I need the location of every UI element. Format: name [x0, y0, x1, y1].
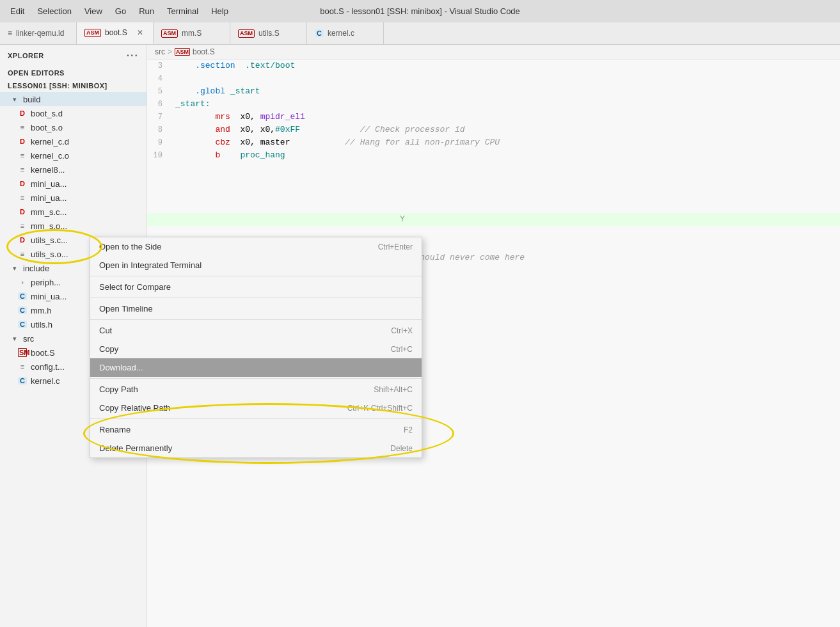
ctx-shortcut: Shift+Alt+C [374, 385, 413, 394]
ctx-label: Copy Relative Path [99, 403, 170, 413]
ctx-open-side[interactable]: Open to the Side Ctrl+Enter [90, 237, 422, 256]
code-line-6: 6 _start: [147, 98, 840, 111]
ctx-label: Copy [99, 344, 118, 354]
code-content: mrs x0, mpidr_el1 [173, 111, 840, 123]
sidebar-item-label: kernel_c.o [31, 151, 69, 161]
sidebar-title: XPLORER [8, 52, 44, 60]
context-menu: Open to the Side Ctrl+Enter Open in Inte… [90, 237, 422, 458]
sidebar-item-label: config.t... [31, 362, 65, 372]
ctx-select-compare[interactable]: Select for Compare [90, 278, 422, 296]
sidebar-item-label: utils.h [31, 320, 52, 329]
code-line-empty [147, 162, 840, 213]
project-section-title: LESSON01 [SSH: MINIBOX] [0, 79, 147, 92]
menu-edit[interactable]: Edit [10, 6, 24, 16]
tab-utils[interactable]: ASM utils.S [230, 22, 307, 44]
chevron-right-icon: ▾ [10, 335, 19, 343]
badge-c-icon: C [18, 321, 27, 328]
ctx-label: Rename [99, 425, 131, 434]
tab-badge-utils: ASM [238, 29, 255, 38]
menu-run[interactable]: Run [139, 6, 154, 16]
sidebar-item-kernel-c-o[interactable]: ≡ kernel_c.o [0, 148, 147, 163]
ctx-delete[interactable]: Delete Permanently Delete [90, 439, 422, 457]
chevron-right-icon: ▾ [10, 264, 19, 273]
ctx-label: Open Timeline [99, 304, 153, 314]
ctx-copy[interactable]: Copy Ctrl+C [90, 340, 422, 358]
sidebar-more-button[interactable]: ··· [127, 50, 139, 61]
ctx-label: Open in Integrated Terminal [99, 260, 202, 270]
tab-linker[interactable]: ≡ linker-qemu.ld [0, 22, 77, 44]
ctx-copy-rel-path[interactable]: Copy Relative Path Ctrl+K Ctrl+Shift+C [90, 399, 422, 417]
line-number: 7 [147, 111, 173, 123]
code-line-3: 3 .section .text/boot [147, 60, 840, 72]
badge-d-icon: D [18, 180, 27, 187]
menu-bar: Edit Selection View Go Run Terminal Help [10, 6, 228, 16]
eq-icon: ≡ [18, 194, 27, 202]
ctx-open-timeline[interactable]: Open Timeline [90, 299, 422, 318]
menu-view[interactable]: View [84, 6, 102, 16]
sidebar-item-build[interactable]: ▾ build [0, 92, 147, 106]
breadcrumb-badge: ASM [175, 48, 190, 56]
sidebar-item-mini-ua2[interactable]: ≡ mini_ua... [0, 191, 147, 205]
ctx-rename[interactable]: Rename F2 [90, 420, 422, 439]
tab-kernel[interactable]: C kernel.c [307, 22, 384, 44]
ctx-download[interactable]: Download... [90, 358, 422, 377]
sidebar-item-kernel-c-d[interactable]: D kernel_c.d [0, 134, 147, 148]
tab-icon-linker: ≡ [8, 29, 12, 38]
sidebar-item-boot-s-o[interactable]: ≡ boot_s.o [0, 120, 147, 134]
sidebar-item-label: build [23, 95, 40, 104]
sidebar-item-label: src [23, 334, 34, 344]
sidebar-item-label: include [23, 264, 49, 273]
tab-boot[interactable]: ASM boot.S ✕ [77, 22, 154, 44]
ctx-open-terminal[interactable]: Open in Integrated Terminal [90, 256, 422, 274]
sidebar-item-boot-s-d[interactable]: D boot_s.d [0, 106, 147, 120]
badge-c-icon: C [18, 306, 27, 314]
code-line-5: 5 .globl _start [147, 85, 840, 98]
tab-label-mm: mm.S [182, 29, 202, 38]
tab-label-kernel: kernel.c [328, 29, 354, 38]
sidebar-item-label: kernel_c.d [31, 137, 69, 147]
menu-terminal[interactable]: Terminal [167, 6, 198, 16]
ctx-separator-1 [90, 276, 422, 276]
ctx-label: Copy Path [99, 385, 138, 394]
sidebar-item-label: mini_ua... [31, 193, 67, 203]
ctx-separator-5 [90, 418, 422, 419]
eq-icon: ≡ [18, 222, 27, 230]
ctx-shortcut: Ctrl+Enter [378, 242, 413, 251]
eq-icon: ≡ [18, 152, 27, 159]
sidebar-item-label: kernel.c [31, 376, 60, 386]
sidebar-item-mini-ua1[interactable]: D mini_ua... [0, 177, 147, 191]
chevron-right-icon: › [18, 278, 27, 286]
tab-label-linker: linker-qemu.ld [16, 29, 64, 38]
line-number: 6 [147, 98, 173, 111]
tab-badge-kernel: C [315, 29, 324, 37]
ctx-cut[interactable]: Cut Ctrl+X [90, 321, 422, 340]
ctx-copy-path[interactable]: Copy Path Shift+Alt+C [90, 380, 422, 399]
sidebar-header: XPLORER ··· [0, 45, 147, 67]
sidebar-item-mm-s-o[interactable]: ≡ mm_s.o... [0, 219, 147, 233]
sidebar-item-label: periph... [31, 278, 61, 287]
ctx-shortcut: Ctrl+C [391, 345, 413, 354]
tab-label-boot: boot.S [105, 28, 127, 37]
code-line-9: 9 cbz x0, master // Hang for all non-pri… [147, 136, 840, 149]
tab-badge-boot: ASM [84, 29, 101, 37]
sidebar-item-kernel8[interactable]: ≡ kernel8... [0, 163, 147, 177]
breadcrumb-src: src [155, 47, 165, 56]
code-content: .globl _start [173, 85, 840, 98]
menu-go[interactable]: Go [115, 6, 126, 16]
line-number: 4 [147, 72, 173, 85]
sidebar-item-label: mini_ua... [31, 179, 67, 189]
sidebar-item-label: boot_s.d [31, 109, 63, 118]
tab-mm[interactable]: ASM mm.S [154, 22, 230, 44]
tab-close-boot[interactable]: ✕ [135, 28, 145, 38]
eq-icon: ≡ [18, 363, 27, 370]
breadcrumb-file: boot.S [193, 47, 215, 56]
code-line-8: 8 and x0, x0,#0xFF // Check processor id [147, 123, 840, 136]
code-content: b proc_hang [173, 149, 840, 162]
eq-icon: ≡ [18, 166, 27, 173]
code-content: .section .text/boot [173, 60, 840, 72]
menu-selection[interactable]: Selection [37, 6, 71, 16]
sidebar-item-mm-s-c[interactable]: D mm_s.c... [0, 205, 147, 219]
ctx-separator-2 [90, 298, 422, 298]
code-line-4: 4 [147, 72, 840, 85]
menu-help[interactable]: Help [211, 6, 228, 16]
